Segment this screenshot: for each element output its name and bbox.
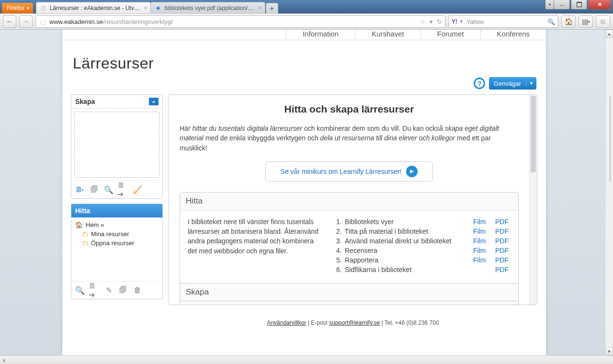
panel-title: Skapa <box>75 98 95 105</box>
browser-tab-inactive[interactable]: ◆ bibliotekets vyer.pdf (application/pdf… <box>150 2 265 13</box>
page-title: Lärresurser <box>62 40 546 77</box>
browser-tab-active[interactable]: ◌ Lärresurser : eAkademin.se - Utveckla.… <box>36 2 151 13</box>
main-title: Hitta och skapa lärresurser <box>180 103 519 115</box>
shortcuts-button[interactable]: Genvägar ▼ <box>489 77 536 90</box>
tab-close-icon[interactable]: × <box>259 5 262 11</box>
minikurs-button[interactable]: Se vår minikurs om Learnify Lärresurser!… <box>265 161 433 182</box>
trash-icon[interactable]: 🗑 <box>132 284 143 296</box>
new-page-icon[interactable]: 🗎＋ <box>74 184 86 195</box>
search-provider-dropdown-icon[interactable]: ▼ <box>459 19 464 24</box>
back-button[interactable]: ← <box>3 15 16 28</box>
footer-email-link[interactable]: support@learnify.se <box>329 319 380 326</box>
nav-forumet[interactable]: Forumet <box>420 30 480 40</box>
status-bar: x <box>0 355 613 364</box>
page-scrollbar[interactable]: ▲ ▼ <box>605 30 613 355</box>
film-link[interactable]: Film <box>473 228 488 235</box>
resource-tree: 🏠 Hem » 🗀 Mina resurser 🗀 Öppna resurser <box>71 217 162 281</box>
search-box[interactable]: Y! ▼ Yahoo 🔍 <box>448 15 558 28</box>
tabstrip-overflow-button[interactable]: ▾ <box>545 0 554 10</box>
copy-icon[interactable]: 🗐 <box>117 284 129 296</box>
firefox-menu-button[interactable]: Firefox <box>2 3 33 13</box>
footer-phone: +46 (0)8 236 700 <box>395 319 439 326</box>
main-box: Hitta och skapa lärresurser Här hittar d… <box>169 94 537 305</box>
brush-icon[interactable]: 🧹 <box>132 184 143 195</box>
scroll-down-icon[interactable]: ▼ <box>606 347 613 355</box>
collapse-icon[interactable]: « <box>149 98 159 105</box>
main-scrollbar[interactable] <box>529 95 537 305</box>
tab-favicon: ◌ <box>40 4 47 12</box>
breadcrumb-label: Hem » <box>86 221 104 228</box>
inspect-icon[interactable]: 🔍 <box>103 184 114 195</box>
export-icon[interactable]: 🗎➜ <box>117 184 129 195</box>
nav-information[interactable]: Information <box>286 30 355 40</box>
search-provider-icon[interactable]: Y! <box>452 18 457 25</box>
home-icon: 🏠 <box>75 221 83 228</box>
pdf-link[interactable]: PDF <box>495 218 511 226</box>
duplicate-icon[interactable]: 🗐 <box>89 184 100 195</box>
list-item: 5.RapporteraFilmPDF <box>336 255 511 265</box>
pdf-link[interactable]: PDF <box>495 228 511 235</box>
home-button[interactable]: 🏠 <box>561 15 576 28</box>
bookmark-star-icon[interactable]: ☆ <box>420 18 426 25</box>
nav-konferens[interactable]: Konferens <box>480 30 546 40</box>
folder-icon: 🗀 <box>82 230 88 238</box>
tree-breadcrumb[interactable]: 🏠 Hem » <box>75 220 159 229</box>
pdf-link[interactable]: PDF <box>495 247 511 254</box>
reload-icon[interactable]: ↻ <box>437 18 442 25</box>
section-heading-skapa[interactable]: Skapa <box>180 283 518 301</box>
footer-terms-link[interactable]: Användarvillkor <box>267 319 306 326</box>
minimize-button[interactable] <box>554 0 570 10</box>
pdf-link[interactable]: PDF <box>495 256 511 264</box>
help-icon[interactable]: ? <box>474 78 485 89</box>
film-link[interactable]: Film <box>473 247 488 254</box>
close-window-button[interactable] <box>588 0 611 10</box>
addon-button[interactable]: ⧉ <box>596 15 610 28</box>
tree-item-label: Mina resurser <box>91 230 129 238</box>
list-item: 1.Bibliotekets vyerFilmPDF <box>336 217 511 227</box>
url-bar[interactable]: ◌ www.eakademin.se/resurshanteringsverkt… <box>35 15 445 28</box>
intro-paragraph: Här hittar du tusentals digitala lärresu… <box>180 124 519 153</box>
film-link[interactable]: Film <box>473 256 488 264</box>
tree-item-mina[interactable]: 🗀 Mina resurser <box>75 229 159 239</box>
site-identity-icon[interactable]: ◌ <box>39 18 46 25</box>
dropzone[interactable] <box>74 112 159 178</box>
section-heading-hitta[interactable]: Hitta <box>180 193 518 210</box>
minikurs-label: Se vår minikurs om Learnify Lärresurser! <box>281 168 402 175</box>
pdf-link[interactable]: PDF <box>495 266 511 273</box>
list-item: 4.RecenseraFilmPDF <box>336 246 511 255</box>
list-item: 3.Använd material direkt ur biblioteketF… <box>336 236 511 246</box>
inspect-icon[interactable]: 🔍 <box>74 284 86 296</box>
section-heading-samarbeta[interactable]: Samarbeta <box>180 301 518 305</box>
scroll-thumb[interactable] <box>531 96 536 172</box>
shortcuts-dropdown-icon[interactable]: ▼ <box>526 81 536 86</box>
window-titlebar: Firefox ◌ Lärresurser : eAkademin.se - U… <box>0 0 613 13</box>
maximize-button[interactable] <box>571 0 587 10</box>
search-submit-icon[interactable]: 🔍 <box>547 18 555 25</box>
film-link[interactable]: Film <box>473 218 488 226</box>
nav-kurshavet[interactable]: Kurshavet <box>355 30 420 40</box>
pdf-link[interactable]: PDF <box>495 237 511 245</box>
tab-close-icon[interactable]: × <box>144 5 148 11</box>
dropdown-history-icon[interactable]: ▾ <box>430 18 433 25</box>
skapa-toolbar: 🗎＋ 🗐 🔍 🗎➜ 🧹 <box>71 181 162 198</box>
film-link[interactable]: Film <box>473 237 488 245</box>
bookmarks-menu-button[interactable]: ▤▾ <box>579 15 593 28</box>
main-column: Hitta och skapa lärresurser Här hittar d… <box>169 94 537 331</box>
sidebar: Skapa « 🗎＋ 🗐 🔍 🗎➜ 🧹 Hitta <box>71 94 163 331</box>
page-actions: ? Genvägar ▼ <box>62 77 546 94</box>
resource-list: 1.Bibliotekets vyerFilmPDF 2.Titta på ma… <box>336 217 511 274</box>
page-viewport: Information Kurshavet Forumet Konferens … <box>0 30 613 355</box>
forward-button[interactable]: → <box>19 15 33 28</box>
new-tab-button[interactable]: + <box>266 3 278 13</box>
move-icon[interactable]: 🗎➜ <box>89 284 100 296</box>
scroll-thumb[interactable] <box>610 95 611 182</box>
tab-favicon: ◆ <box>155 4 162 12</box>
folder-icon: 🗀 <box>82 239 88 247</box>
panel-header-hitta[interactable]: Hitta <box>71 204 162 217</box>
edit-icon[interactable]: ✎ <box>103 284 114 296</box>
tree-item-oppna[interactable]: 🗀 Öppna resurser <box>75 239 159 248</box>
hitta-toolbar: 🔍 🗎➜ ✎ 🗐 🗑 <box>71 281 162 299</box>
tab-title: Lärresurser : eAkademin.se - Utveckla... <box>50 5 141 11</box>
tab-strip: Firefox ◌ Lärresurser : eAkademin.se - U… <box>0 0 517 13</box>
scroll-up-icon[interactable]: ▲ <box>606 30 613 38</box>
